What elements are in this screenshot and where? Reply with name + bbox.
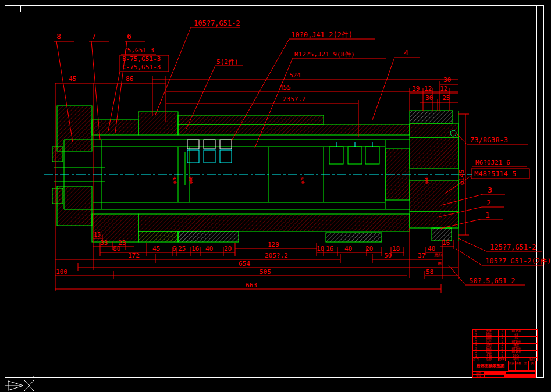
sign-label: 审核 bbox=[473, 375, 485, 377]
balloon-2: 2 bbox=[486, 198, 491, 207]
shaft-dia-dim-a: φ70 bbox=[172, 176, 177, 184]
dim-205: 205?.2 bbox=[265, 252, 288, 259]
dim-33: 33 bbox=[100, 239, 108, 247]
grind-code-b75: B-75,G51-3 bbox=[122, 55, 161, 63]
dim-50: 50 bbox=[384, 252, 392, 259]
shaft-dia-dim-c: φ75 bbox=[300, 176, 305, 184]
label-125x7: 125?7,G51-2 bbox=[490, 243, 536, 251]
dim-40c: 40 bbox=[428, 245, 435, 252]
small-annotation-1: 磨削 bbox=[434, 253, 442, 258]
balloon-8: 8 bbox=[56, 32, 61, 41]
dim-129: 129 bbox=[268, 241, 279, 248]
housing-bottom-band bbox=[92, 214, 410, 242]
dim-phi145: φ145 bbox=[458, 170, 465, 186]
info-cell: 比例 bbox=[509, 361, 516, 366]
balloon-1: 1 bbox=[485, 211, 490, 219]
dim-25a: 25 bbox=[442, 94, 450, 102]
shaft-dia-dim-b: φ80 bbox=[189, 176, 193, 184]
dim-12a: 12 bbox=[424, 85, 432, 92]
info-cell bbox=[529, 366, 536, 372]
info-cell: 第 张 bbox=[522, 361, 529, 366]
front-bearing-rollers bbox=[187, 140, 232, 163]
dim-39: 39 bbox=[412, 85, 420, 92]
title-block: 8 壳体 1 HT150 7 螺母 1 45 6 轴套 1 45 5 法兰 1 … bbox=[472, 329, 536, 378]
dim-235: 235?.2 bbox=[283, 95, 306, 103]
dim-455: 455 bbox=[279, 84, 291, 91]
label-105x7-top: 105?7,G51-2 bbox=[194, 19, 240, 27]
dim-663: 663 bbox=[246, 281, 257, 289]
dim-16a: 16 bbox=[191, 245, 199, 252]
dim-172: 172 bbox=[128, 252, 140, 259]
bom-header-no: 序号 bbox=[473, 358, 479, 361]
label-5-2pcs: 5(2件) bbox=[216, 58, 239, 66]
balloon-6: 6 bbox=[127, 32, 131, 41]
rear-bearing-rollers bbox=[329, 142, 379, 164]
dim-30-top: 30 bbox=[443, 76, 451, 84]
label-10x0-j41: 10?0,J41-2(2件) bbox=[291, 31, 353, 39]
dim-20b: 20 bbox=[365, 245, 373, 252]
info-grid: 比例 件数 第 张 共 张 bbox=[509, 361, 536, 371]
shaft-dia-dim-d: φ60 bbox=[424, 176, 429, 184]
info-cell: 件数 bbox=[516, 361, 522, 366]
dim-18: 18 bbox=[392, 245, 400, 252]
dim-86: 86 bbox=[126, 75, 133, 83]
cad-canvas[interactable]: 8 7 6 75,G51-3 B-75,G51-3 C-75,G51-3 45 … bbox=[0, 0, 551, 392]
dim-37: 37 bbox=[418, 252, 425, 259]
drawing-title: 磨床主轴装配图 bbox=[473, 361, 509, 371]
paperspace-arrow-icon bbox=[5, 381, 23, 390]
bom-header-qty: 数量 bbox=[499, 358, 506, 361]
dim-12b: 12 bbox=[440, 85, 447, 92]
filled-bar bbox=[504, 374, 535, 377]
dim-654: 654 bbox=[239, 260, 250, 268]
housing-top-band bbox=[92, 112, 410, 135]
label-m12x5-j21: M12?5,J21-9(8件) bbox=[294, 51, 355, 58]
bom-table: 8 壳体 1 HT150 7 螺母 1 45 6 轴套 1 45 5 法兰 1 … bbox=[472, 329, 538, 361]
dim-524: 524 bbox=[289, 72, 301, 79]
label-105x7-2pcs: 105?7 G51-2(2件) bbox=[485, 257, 551, 265]
balloon-4: 4 bbox=[404, 48, 408, 57]
drawing-svg: 8 7 6 75,G51-3 B-75,G51-3 C-75,G51-3 45 … bbox=[0, 0, 551, 392]
bom-header-rem: 备注 bbox=[527, 358, 538, 361]
dim-20a: 20 bbox=[224, 245, 232, 252]
label-m48-thread: M48?5J14-5 bbox=[474, 170, 516, 178]
title-row: 磨床主轴装配图 比例 件数 第 张 共 张 bbox=[472, 361, 536, 372]
dim-16c: 16 bbox=[442, 239, 450, 247]
dim-505: 505 bbox=[259, 268, 271, 276]
signature-rows: 制图 审核 bbox=[472, 372, 536, 378]
label-50x5: 50?.5,G51-2 bbox=[469, 277, 515, 285]
dim-16b: 16 bbox=[326, 245, 333, 252]
dim-6: 6 bbox=[172, 245, 176, 252]
dim-25b: 25 bbox=[178, 245, 186, 252]
bom-header-mat: 材料 bbox=[506, 358, 527, 361]
dim-40a: 40 bbox=[205, 245, 213, 252]
label-z38-thread: Z3/8G38-3 bbox=[470, 136, 508, 144]
dim-80: 80 bbox=[113, 245, 120, 252]
grind-code-c75: C-75,G51-3 bbox=[122, 63, 161, 71]
balloon-7: 7 bbox=[91, 32, 96, 41]
info-cell bbox=[509, 366, 516, 372]
dim-58: 58 bbox=[426, 268, 433, 276]
balloon-3: 3 bbox=[488, 186, 492, 194]
dim-100: 100 bbox=[56, 268, 67, 276]
dim-10: 10 bbox=[317, 245, 324, 252]
x-marker-icon bbox=[24, 380, 34, 391]
small-annotation-2: 用 bbox=[438, 261, 442, 266]
grind-code-75: 75,G51-3 bbox=[123, 47, 154, 54]
info-cell bbox=[516, 366, 522, 372]
dim-45-top: 45 bbox=[69, 75, 76, 83]
dim-45b: 45 bbox=[152, 245, 160, 252]
dim-40b: 40 bbox=[344, 245, 352, 252]
dim-15: 15 bbox=[94, 231, 101, 238]
bom-header-row: 序号 名称 数量 材料 备注 bbox=[473, 358, 538, 361]
bom-header-name: 名称 bbox=[479, 358, 499, 361]
info-cell: 共 张 bbox=[529, 361, 536, 366]
label-m6-thread: M6?0J21-6 bbox=[475, 159, 510, 166]
dim-30b: 30 bbox=[425, 94, 433, 102]
sign-cell bbox=[485, 375, 495, 377]
info-cell bbox=[522, 366, 529, 372]
